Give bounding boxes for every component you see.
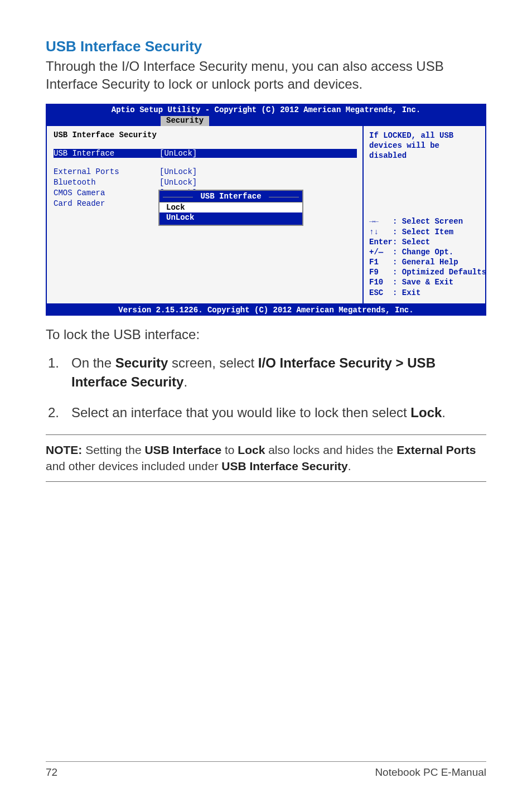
bios-screenshot: Aptio Setup Utility - Copyright (C) 2012… — [46, 104, 486, 316]
note-text: to — [221, 443, 238, 456]
bios-row-label: CMOS Camera — [54, 189, 159, 197]
bios-title-bar: Aptio Setup Utility - Copyright (C) 2012… — [46, 104, 486, 126]
bios-row-value: [UnLock] — [159, 167, 197, 176]
list-number: 1. — [46, 354, 71, 391]
bios-legend-line: F9 : Optimized Defaults — [369, 267, 481, 277]
list-text: Select an interface that you would like … — [71, 405, 410, 420]
bios-tab-security: Security — [161, 116, 209, 126]
bios-legend-line: →← : Select Screen — [369, 216, 481, 226]
list-bold-text: Security — [115, 355, 168, 370]
note-text: and other devices included under — [46, 460, 221, 472]
list-item: 2. Select an interface that you would li… — [46, 403, 486, 422]
bios-footer: Version 2.15.1226. Copyright (C) 2012 Am… — [46, 305, 486, 316]
bios-row-value: [UnLock] — [159, 178, 197, 187]
list-item: 1. On the Security screen, select I/O In… — [46, 354, 486, 391]
manual-title: Notebook PC E-Manual — [375, 766, 486, 779]
page-number: 72 — [46, 766, 57, 779]
intro-paragraph: Through the I/O Interface Security menu,… — [46, 57, 486, 94]
list-text: . — [442, 405, 446, 420]
list-text: . — [183, 374, 187, 389]
note-label: NOTE: — [46, 443, 82, 456]
numbered-list: 1. On the Security screen, select I/O In… — [46, 354, 486, 422]
list-number: 2. — [46, 403, 71, 422]
bios-section-title: USB Interface Security — [54, 131, 159, 139]
bios-help-pane: If LOCKED, all USB devices will be disab… — [364, 126, 485, 303]
bios-legend-line: ESC : Exit — [369, 288, 481, 298]
bios-legend-line: F10 : Save & Exit — [369, 277, 481, 287]
note-bold-text: USB Interface Security — [221, 460, 347, 472]
bios-legend-line: ↑↓ : Select Item — [369, 227, 481, 237]
bios-popup-title: USB Interface — [159, 192, 302, 202]
note-text: also locks and hides the — [265, 443, 396, 456]
list-text: On the — [71, 355, 115, 370]
bios-popup-item-unlock: UnLock — [159, 212, 302, 223]
bios-title-text: Aptio Setup Utility - Copyright (C) 2012… — [112, 105, 421, 114]
bios-legend-line: +/— : Change Opt. — [369, 247, 481, 257]
section-heading: USB Interface Security — [46, 38, 486, 55]
page-footer: 72 Notebook PC E-Manual — [46, 761, 486, 779]
bios-left-pane: USB Interface Security USB Interface [Un… — [47, 126, 364, 303]
bios-row-label: Card Reader — [54, 199, 159, 208]
instruction-lead: To lock the USB interface: — [46, 326, 486, 344]
note-bold-text: Lock — [238, 443, 265, 456]
bios-row-label: Bluetooth — [54, 178, 159, 187]
bios-row-value: [UnLock] — [159, 149, 197, 158]
list-bold-text: Lock — [410, 405, 442, 420]
note-bold-text: External Ports — [396, 443, 476, 456]
bios-popup-item-lock: Lock — [159, 202, 302, 212]
bios-legend-line: Enter: Select — [369, 237, 481, 247]
note-box: NOTE: Setting the USB Interface to Lock … — [46, 434, 486, 482]
note-bold-text: USB Interface — [144, 443, 221, 456]
note-text: . — [348, 460, 351, 472]
list-text: screen, select — [168, 355, 258, 370]
bios-popup: USB Interface Lock UnLock — [158, 190, 303, 226]
note-text: Setting the — [82, 443, 144, 456]
bios-help-text: If LOCKED, all USB devices will be disab… — [369, 131, 481, 161]
bios-row-label: USB Interface — [54, 149, 159, 158]
bios-legend-line: F1 : General Help — [369, 257, 481, 267]
bios-row-label: External Ports — [54, 167, 159, 176]
